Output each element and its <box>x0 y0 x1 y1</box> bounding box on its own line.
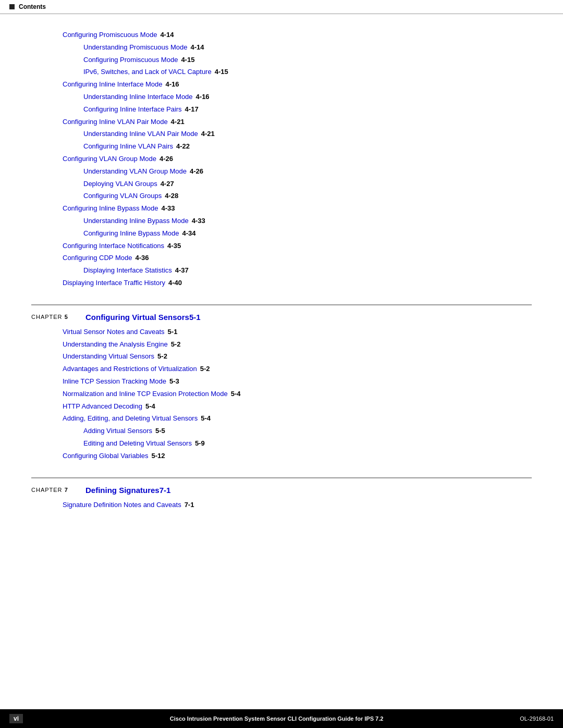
toc-page-ref: 4-22 <box>176 141 190 152</box>
footer: vi Cisco Intrusion Prevention System Sen… <box>0 709 563 728</box>
toc-entry: Understanding the Analysis Engine5-2 <box>31 339 532 350</box>
chapter-header-chapter7: CHAPTER 7Defining Signatures7-1 <box>31 477 532 495</box>
toc-link-text[interactable]: Configuring CDP Mode <box>63 253 132 264</box>
toc-entry: Normalization and Inline TCP Evasion Pro… <box>31 389 532 400</box>
toc-entry: HTTP Advanced Decoding5-4 <box>31 401 532 412</box>
footer-center-text: Cisco Intrusion Prevention System Sensor… <box>33 715 520 722</box>
chapter-title-chapter5[interactable]: Configuring Virtual Sensors5-1 <box>85 313 201 322</box>
toc-entry: Configuring Promiscuous Mode4-14 <box>31 30 532 41</box>
toc-link-text[interactable]: Editing and Deleting Virtual Sensors <box>83 438 192 449</box>
toc-page-ref: 4-15 <box>181 55 194 66</box>
toc-entry: Adding, Editing, and Deleting Virtual Se… <box>31 413 532 424</box>
toc-link-text[interactable]: Configuring Promiscuous Mode <box>83 55 178 66</box>
toc-link-text[interactable]: Understanding Inline Interface Mode <box>83 92 193 103</box>
toc-entry: Understanding Virtual Sensors5-2 <box>31 351 532 362</box>
toc-page-ref: 4-16 <box>166 79 179 90</box>
toc-page-ref: 5-9 <box>195 438 205 449</box>
toc-link-text[interactable]: Displaying Interface Statistics <box>83 265 172 276</box>
toc-page-ref: 4-21 <box>171 117 185 128</box>
toc-page-ref: 4-15 <box>215 67 228 78</box>
toc-page-ref: 4-40 <box>168 278 182 289</box>
toc-page-ref: 4-34 <box>182 228 196 239</box>
toc-entry: Signature Definition Notes and Caveats7-… <box>31 500 532 511</box>
toc-entry: Understanding VLAN Group Mode4-26 <box>31 166 532 177</box>
toc-link-text[interactable]: Adding, Editing, and Deleting Virtual Se… <box>63 413 198 424</box>
toc-link-text[interactable]: Understanding Inline Bypass Mode <box>83 216 189 227</box>
toc-link-text[interactable]: Understanding Virtual Sensors <box>63 351 154 362</box>
toc-link-text[interactable]: Inline TCP Session Tracking Mode <box>63 376 166 387</box>
toc-entry: Adding Virtual Sensors5-5 <box>31 426 532 437</box>
toc-link-text[interactable]: Configuring Interface Notifications <box>63 241 164 252</box>
toc-entry: Configuring Inline VLAN Pairs4-22 <box>31 141 532 152</box>
toc-link-text[interactable]: Deploying VLAN Groups <box>83 179 157 190</box>
toc-page-ref: 4-33 <box>192 216 205 227</box>
toc-link-text[interactable]: Signature Definition Notes and Caveats <box>63 500 181 511</box>
toc-link-text[interactable]: Configuring VLAN Groups <box>83 191 162 202</box>
toc-entry: Configuring Promiscuous Mode4-15 <box>31 55 532 66</box>
toc-page-ref: 5-12 <box>152 451 165 462</box>
toc-entry: Displaying Interface Traffic History4-40 <box>31 278 532 289</box>
toc-entry: Configuring Inline VLAN Pair Mode4-21 <box>31 117 532 128</box>
toc-entry: Configuring VLAN Group Mode4-26 <box>31 154 532 165</box>
toc-entry: IPv6, Switches, and Lack of VACL Capture… <box>31 67 532 78</box>
toc-entry: Virtual Sensor Notes and Caveats5-1 <box>31 327 532 338</box>
chapter-title-page-chapter7: 7-1 <box>160 486 171 495</box>
toc-page-ref: 4-17 <box>185 104 199 115</box>
toc-page-ref: 5-2 <box>171 339 181 350</box>
toc-page-ref: 4-21 <box>201 129 215 140</box>
toc-link-text[interactable]: Understanding Promiscuous Mode <box>83 42 187 53</box>
toc-link-text[interactable]: Virtual Sensor Notes and Caveats <box>63 327 165 338</box>
toc-entry: Advantages and Restrictions of Virtualiz… <box>31 364 532 375</box>
toc-link-text[interactable]: Configuring Inline VLAN Pair Mode <box>63 117 168 128</box>
toc-page-ref: 5-4 <box>145 401 155 412</box>
toc-link-text[interactable]: Understanding VLAN Group Mode <box>83 166 187 177</box>
toc-page-ref: 4-14 <box>190 42 204 53</box>
toc-link-text[interactable]: Configuring Inline Bypass Mode <box>83 228 179 239</box>
toc-page-ref: 5-1 <box>168 327 178 338</box>
toc-entry: Understanding Inline Bypass Mode4-33 <box>31 216 532 227</box>
toc-link-text[interactable]: Understanding the Analysis Engine <box>63 339 168 350</box>
chapter-label-chapter5: CHAPTER 5 <box>31 313 78 320</box>
toc-link-text[interactable]: Configuring Inline Interface Pairs <box>83 104 182 115</box>
chapter-title-text-chapter5: Configuring Virtual Sensors <box>85 313 189 322</box>
header-title: Contents <box>19 3 46 10</box>
toc-link-text[interactable]: IPv6, Switches, and Lack of VACL Capture <box>83 67 212 78</box>
toc-link-text[interactable]: Displaying Interface Traffic History <box>63 278 165 289</box>
toc-link-text[interactable]: Advantages and Restrictions of Virtualiz… <box>63 364 197 375</box>
toc-link-text[interactable]: Configuring Promiscuous Mode <box>63 30 157 41</box>
chapter-title-chapter7[interactable]: Defining Signatures7-1 <box>85 486 170 495</box>
toc-entry: Editing and Deleting Virtual Sensors5-9 <box>31 438 532 449</box>
toc-page-ref: 4-35 <box>167 241 181 252</box>
toc-link-text[interactable]: HTTP Advanced Decoding <box>63 401 142 412</box>
toc-entry: Configuring Inline Interface Pairs4-17 <box>31 104 532 115</box>
toc-page-ref: 5-5 <box>155 426 165 437</box>
toc-entry: Configuring CDP Mode4-36 <box>31 253 532 264</box>
chapter-header-chapter5: CHAPTER 5Configuring Virtual Sensors5-1 <box>31 304 532 322</box>
header-bar: Contents <box>0 0 563 14</box>
toc-entry: Configuring Inline Bypass Mode4-34 <box>31 228 532 239</box>
toc-link-text[interactable]: Normalization and Inline TCP Evasion Pro… <box>63 389 228 400</box>
chapter-title-page-chapter5: 5-1 <box>189 313 201 322</box>
toc-page-ref: 4-14 <box>160 30 174 41</box>
toc-link-text[interactable]: Adding Virtual Sensors <box>83 426 152 437</box>
toc-link-text[interactable]: Configuring VLAN Group Mode <box>63 154 156 165</box>
header-icon <box>9 4 15 9</box>
toc-page-ref: 4-27 <box>161 179 174 190</box>
main-content: Configuring Promiscuous Mode4-14Understa… <box>0 14 563 553</box>
toc-link-text[interactable]: Understanding Inline VLAN Pair Mode <box>83 129 198 140</box>
chapter-label-chapter7: CHAPTER 7 <box>31 486 78 493</box>
toc-link-text[interactable]: Configuring Inline VLAN Pairs <box>83 141 173 152</box>
toc-entry: Configuring Inline Bypass Mode4-33 <box>31 203 532 214</box>
footer-left: vi <box>9 714 33 723</box>
toc-entry: Understanding Inline VLAN Pair Mode4-21 <box>31 129 532 140</box>
toc-entry: Configuring Inline Interface Mode4-16 <box>31 79 532 90</box>
toc-page-ref: 5-3 <box>169 376 179 387</box>
toc-entry: Configuring Interface Notifications4-35 <box>31 241 532 252</box>
toc-link-text[interactable]: Configuring Global Variables <box>63 451 149 462</box>
toc-link-text[interactable]: Configuring Inline Bypass Mode <box>63 203 158 214</box>
chapter-title-text-chapter7: Defining Signatures <box>85 486 160 495</box>
toc-link-text[interactable]: Configuring Inline Interface Mode <box>63 79 163 90</box>
toc-page-ref: 7-1 <box>185 500 194 511</box>
toc-page-ref: 5-4 <box>201 413 211 424</box>
toc-page-ref: 5-4 <box>231 389 241 400</box>
